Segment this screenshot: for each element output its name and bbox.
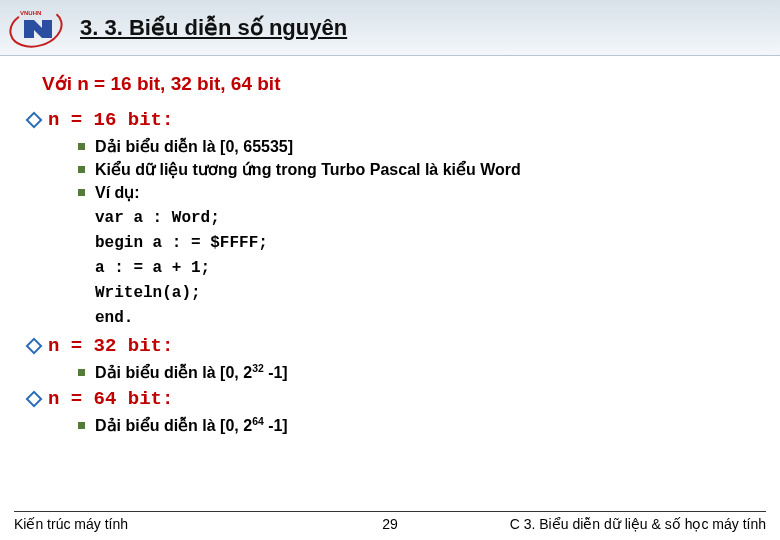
section-heading: n = 32 bit: [28, 335, 746, 357]
square-bullet-icon [78, 143, 85, 150]
list-item: Dải biểu diễn là [0, 232 -1] [78, 361, 746, 384]
square-bullet-icon [78, 422, 85, 429]
diamond-bullet-icon [26, 337, 43, 354]
logo: VNUHN [8, 6, 68, 50]
square-bullet-icon [78, 369, 85, 376]
list-item: Ví dụ:var a : Word;begin a : = $FFFF;a :… [78, 181, 746, 330]
subtitle: Với n = 16 bit, 32 bit, 64 bit [42, 72, 746, 95]
square-bullet-icon [78, 189, 85, 196]
footer: Kiến trúc máy tính 29 C 3. Biểu diễn dữ … [14, 511, 766, 532]
footer-right: C 3. Biểu diễn dữ liệu & số học máy tính [418, 516, 766, 532]
list-item-text: Kiểu dữ liệu tương ứng trong Turbo Pasca… [95, 158, 746, 181]
diamond-bullet-icon [26, 112, 43, 129]
list-item: Kiểu dữ liệu tương ứng trong Turbo Pasca… [78, 158, 746, 181]
list-item-text: Dải biểu diễn là [0, 65535] [95, 135, 746, 158]
section-heading-text: n = 16 bit: [48, 109, 173, 131]
section-heading-text: n = 64 bit: [48, 388, 173, 410]
header: VNUHN 3. 3. Biểu diễn số nguyên [0, 0, 780, 56]
diamond-bullet-icon [26, 390, 43, 407]
section-heading-text: n = 32 bit: [48, 335, 173, 357]
section-heading: n = 64 bit: [28, 388, 746, 410]
list-item: Dải biểu diễn là [0, 65535] [78, 135, 746, 158]
list-item-text: Ví dụ:var a : Word;begin a : = $FFFF;a :… [95, 181, 746, 330]
page-number: 29 [362, 516, 418, 532]
slide-content: Với n = 16 bit, 32 bit, 64 bit n = 16 bi… [0, 56, 780, 437]
page-title: 3. 3. Biểu diễn số nguyên [80, 15, 347, 41]
list-item-text: Dải biểu diễn là [0, 232 -1] [95, 361, 746, 384]
square-bullet-icon [78, 166, 85, 173]
list-item: Dải biểu diễn là [0, 264 -1] [78, 414, 746, 437]
footer-left: Kiến trúc máy tính [14, 516, 362, 532]
svg-text:VNUHN: VNUHN [20, 10, 41, 16]
list-item-text: Dải biểu diễn là [0, 264 -1] [95, 414, 746, 437]
section-heading: n = 16 bit: [28, 109, 746, 131]
